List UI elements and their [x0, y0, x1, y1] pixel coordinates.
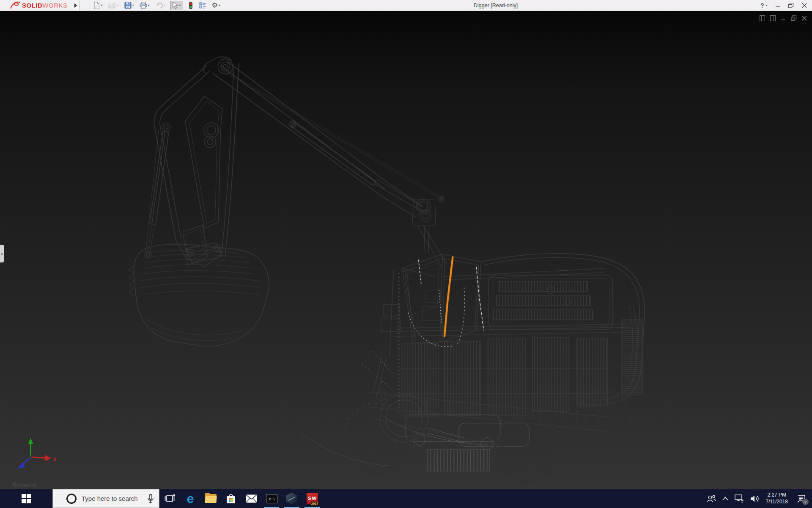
- volume-button[interactable]: [750, 495, 760, 502]
- system-tray: 2:27 PM 7/11/2018 2: [707, 489, 812, 508]
- taskbar-store-button[interactable]: [221, 489, 241, 508]
- taskbar-solidworks-button[interactable]: SW 2017: [302, 489, 322, 508]
- taskbar-command-prompt-button[interactable]: C:\ _: [261, 489, 282, 508]
- action-center-button[interactable]: 2: [797, 494, 805, 503]
- edge-icon: e: [187, 492, 194, 505]
- properties-list-icon: [199, 2, 206, 9]
- select-tool-button[interactable]: ▾: [170, 1, 183, 10]
- brand-solid: SOLID: [22, 2, 42, 9]
- taskbar-file-explorer-button[interactable]: [200, 489, 221, 508]
- file-explorer-icon: [205, 494, 217, 503]
- document-window-controls: [760, 15, 807, 21]
- file-properties-button[interactable]: [198, 1, 207, 10]
- brand-works: WORKS: [42, 2, 67, 9]
- triad-x-label: X: [53, 457, 57, 463]
- close-icon: [802, 3, 807, 8]
- windows-taskbar: e: [0, 489, 812, 508]
- notification-badge: 2: [802, 499, 809, 505]
- hexagon-app-icon: [286, 493, 297, 505]
- chevron-up-icon: [722, 497, 728, 500]
- reference-triad[interactable]: X: [17, 438, 57, 469]
- taskbar-task-view-button[interactable]: [160, 489, 180, 508]
- people-button[interactable]: [707, 494, 716, 503]
- undo-button[interactable]: ▾: [154, 1, 167, 10]
- window-controls: ?▾: [760, 0, 808, 11]
- arrow-right-icon: [74, 3, 77, 8]
- save-button[interactable]: ▾: [123, 1, 135, 10]
- people-icon: [707, 494, 716, 503]
- gear-icon: ⚙: [212, 2, 218, 9]
- new-document-button[interactable]: ▾: [92, 1, 104, 10]
- tray-date: 7/11/2018: [766, 499, 788, 505]
- sw-year-badge: 2017: [311, 502, 319, 505]
- graphics-viewport[interactable]: X *Dimetr: [0, 11, 812, 489]
- cab-frame[interactable]: [402, 254, 481, 343]
- select-cursor-icon: [173, 2, 178, 9]
- solidworks-mark-icon: [9, 1, 20, 10]
- save-floppy-icon: [124, 2, 132, 9]
- speaker-icon: [750, 495, 760, 502]
- taskbar-edge-button[interactable]: e: [180, 489, 200, 508]
- menu-flyout-arrow[interactable]: [72, 1, 80, 10]
- minimize-icon: [775, 3, 780, 8]
- mail-icon: [246, 494, 257, 503]
- taskbar-search[interactable]: [52, 489, 159, 508]
- new-document-icon: [93, 2, 100, 9]
- print-button[interactable]: ▾: [139, 1, 151, 10]
- taskbar-mail-button[interactable]: [241, 489, 261, 508]
- boom-arm-assembly[interactable]: [145, 57, 447, 268]
- traffic-light-icon: [188, 2, 194, 9]
- clock[interactable]: 2:27 PM 7/11/2018: [766, 492, 788, 505]
- selected-edge[interactable]: [444, 257, 453, 337]
- restore-icon: [788, 3, 794, 8]
- doc-restore-icon[interactable]: [791, 15, 797, 21]
- network-icon: [735, 494, 744, 502]
- solidworks-logo: SOLIDWORKS: [9, 0, 68, 11]
- taskbar-hexagon-app-button[interactable]: [282, 489, 302, 508]
- solidworks-window: SOLIDWORKS ▾ ▾: [0, 0, 812, 508]
- quick-toolbar: ▾ ▾ ▾: [92, 1, 221, 10]
- title-bar: SOLIDWORKS ▾ ▾: [0, 0, 812, 11]
- command-prompt-icon: C:\ _: [266, 494, 277, 503]
- print-icon: [140, 2, 147, 9]
- task-view-icon: [165, 494, 176, 504]
- view-orientation-label: *Dimetric: [12, 482, 37, 488]
- minimize-button[interactable]: [774, 1, 781, 10]
- bucket[interactable]: [129, 244, 269, 346]
- network-button[interactable]: [735, 494, 744, 502]
- start-button[interactable]: [0, 489, 52, 508]
- options-button[interactable]: ⚙▾: [211, 1, 221, 10]
- undo-arrow-icon: [155, 2, 163, 9]
- tray-overflow-button[interactable]: [722, 497, 728, 500]
- excavator-wireframe-model[interactable]: X: [0, 11, 812, 489]
- taskbar-apps: e: [160, 489, 322, 508]
- close-button[interactable]: [801, 1, 808, 10]
- doc-close-icon[interactable]: [802, 16, 807, 21]
- tray-time: 2:27 PM: [767, 492, 786, 498]
- microphone-icon[interactable]: [147, 494, 154, 503]
- panel-tab-dot-icon: [1, 253, 3, 255]
- windows-logo-icon: [22, 494, 31, 503]
- feature-panel-tab[interactable]: [0, 245, 4, 262]
- help-button[interactable]: ?▾: [760, 1, 768, 10]
- taskbar-search-input[interactable]: [82, 495, 147, 502]
- restore-button[interactable]: [787, 1, 795, 10]
- rebuild-button[interactable]: [187, 1, 195, 10]
- solidworks-2017-icon: SW 2017: [307, 493, 318, 504]
- cortana-icon[interactable]: [66, 494, 77, 504]
- doc-minimize-icon[interactable]: [781, 15, 786, 21]
- window-title: Digger [Read-only]: [474, 3, 518, 8]
- store-icon: [225, 493, 236, 504]
- pane-left-icon[interactable]: [760, 15, 765, 21]
- open-folder-icon: [108, 2, 116, 9]
- pane-right-icon[interactable]: [770, 15, 776, 21]
- open-button[interactable]: ▾: [107, 1, 120, 10]
